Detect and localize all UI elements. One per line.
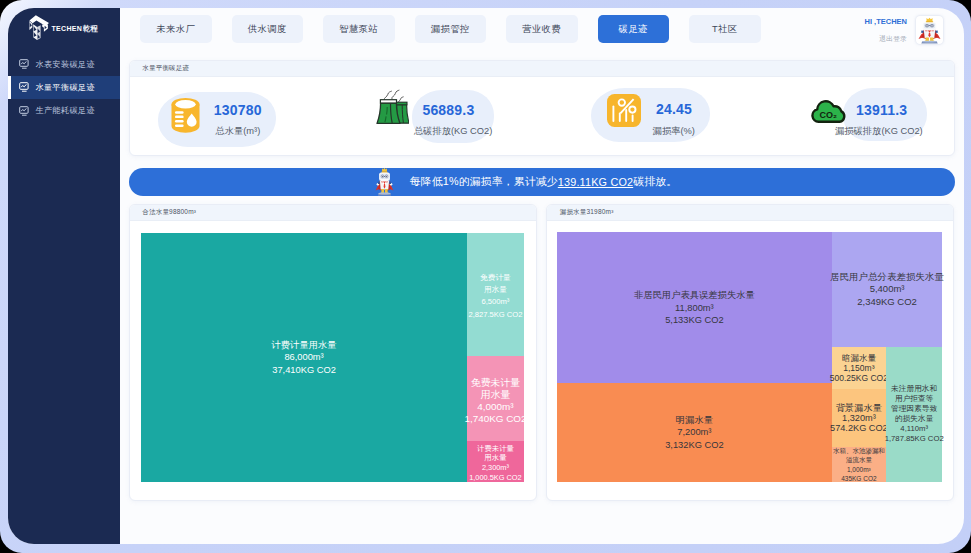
svg-text:CO₂: CO₂ (819, 110, 837, 120)
